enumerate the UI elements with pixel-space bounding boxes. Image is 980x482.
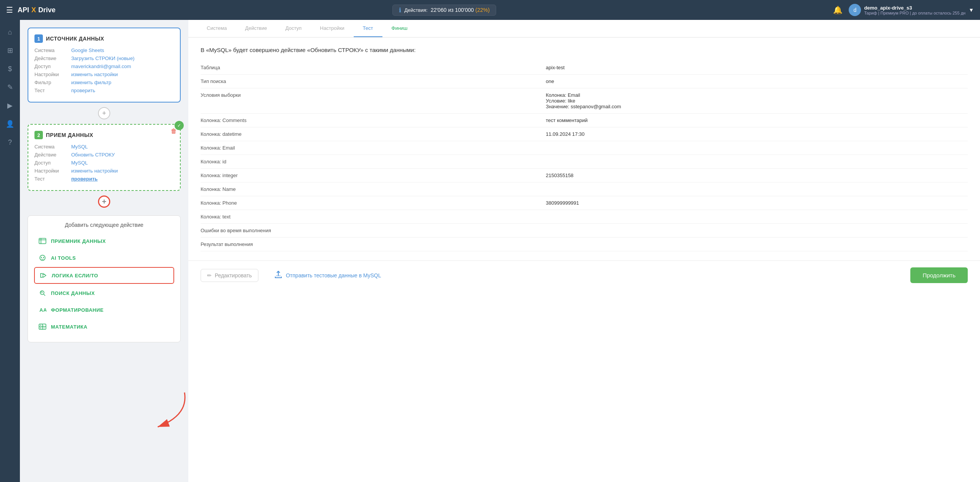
edit-icon: ✏ <box>207 272 212 278</box>
nav-home[interactable]: ⌂ <box>2 24 18 40</box>
nav-help[interactable]: ? <box>2 135 18 150</box>
action-label-logic: ЛОГИКА ЕСЛИ/ТО <box>52 273 98 278</box>
user-plan: Тариф | Премиум PRO | до оплаты осталось… <box>864 11 965 15</box>
source-label-filtr: Фильтр <box>34 80 65 85</box>
source-row-filtr: Фильтр изменить фильтр <box>34 80 174 85</box>
edit-button[interactable]: ✏ Редактировать <box>201 269 258 282</box>
row-value-errors <box>546 224 968 238</box>
table-row: Результат выполнения <box>201 238 968 251</box>
nav-grid[interactable]: ⊞ <box>2 43 18 58</box>
send-button[interactable]: Отправить тестовые данные в MySQL <box>268 267 387 283</box>
recv-value-deystvie[interactable]: Обновить СТРОКУ <box>71 152 115 158</box>
table-row: Колонка: integer 2150355158 <box>201 169 968 182</box>
table-row: Таблица apix-test <box>201 61 968 75</box>
table-row: Колонка: text <box>201 210 968 224</box>
recv-value-nastroyki[interactable]: изменить настройки <box>71 168 118 174</box>
source-value-sistema[interactable]: Google Sheets <box>71 47 104 53</box>
edit-label: Редактировать <box>215 272 252 278</box>
source-row-nastroyki: Настройки изменить настройки <box>34 72 174 77</box>
svg-rect-20 <box>276 275 281 277</box>
source-label-dostup: Доступ <box>34 64 65 69</box>
source-value-test[interactable]: проверить <box>71 88 95 93</box>
recv-value-dostup[interactable]: MySQL <box>71 160 88 166</box>
row-label-comments: Колонка: Comments <box>201 114 546 127</box>
action-label-math: МАТЕМАТИКА <box>51 324 87 330</box>
row-value-integer: 2150355158 <box>546 169 968 182</box>
svg-text:÷: ÷ <box>43 327 45 329</box>
header-center: ℹ Действия: 22'060 из 100'000 (22%) <box>56 5 833 16</box>
source-value-deystvie[interactable]: Загрузить СТРОКИ (новые) <box>71 55 134 61</box>
step-nastroyki[interactable]: Настройки <box>311 20 354 37</box>
continue-button[interactable]: Продолжить <box>910 267 968 283</box>
actions-badge: ℹ Действия: 22'060 из 100'000 (22%) <box>392 5 496 16</box>
source-label-sistema: Система <box>34 47 65 53</box>
upload-icon <box>274 270 283 280</box>
svg-text:×: × <box>40 327 42 329</box>
row-label-id: Колонка: id <box>201 155 546 169</box>
logo-api: API <box>18 6 29 14</box>
recv-label-dostup: Доступ <box>34 160 65 166</box>
action-item-format[interactable]: Aa ФОРМАТИРОВАНИЕ <box>34 302 174 318</box>
recv-value-sistema[interactable]: MySQL <box>71 144 88 150</box>
action-item-search[interactable]: ПОИСК ДАННЫХ <box>34 285 174 301</box>
recv-row-deystvie: Действие Обновить СТРОКУ <box>34 152 174 158</box>
table-row: Колонка: id <box>201 155 968 169</box>
svg-point-4 <box>41 257 42 258</box>
step-test[interactable]: Тест <box>354 20 382 37</box>
red-arrow-svg <box>127 385 188 435</box>
svg-text:-: - <box>43 324 44 327</box>
hamburger-icon[interactable]: ☰ <box>6 5 13 15</box>
action-item-ai[interactable]: AI TOOLS <box>34 250 174 265</box>
row-value-usloviya: Колонка: EmailУсловие: likeЗначение: sst… <box>546 88 968 114</box>
row-value-comments: тест комментарий <box>546 114 968 127</box>
source-row-deystvie: Действие Загрузить СТРОКИ (новые) <box>34 55 174 61</box>
step-deystvie[interactable]: Действие <box>236 20 276 37</box>
action-item-math[interactable]: + - × ÷ МАТЕМАТИКА <box>34 319 174 334</box>
send-label: Отправить тестовые данные в MySQL <box>286 272 381 278</box>
add-between-button[interactable]: + <box>98 107 110 119</box>
row-label-name: Колонка: Name <box>201 182 546 196</box>
recv-value-test[interactable]: проверить <box>71 176 98 182</box>
nav-user[interactable]: 👤 <box>2 116 18 132</box>
receiver-icon <box>38 236 47 246</box>
source-value-nastroyki[interactable]: изменить настройки <box>71 72 118 77</box>
source-value-dostup[interactable]: maverickandrii@gmail.com <box>71 64 131 69</box>
delete-icon[interactable]: 🗑 <box>171 128 177 135</box>
row-value-result <box>546 238 968 251</box>
action-item-logic[interactable]: ЛОГИКА ЕСЛИ/ТО <box>34 267 174 284</box>
recv-label-test: Тест <box>34 176 65 182</box>
math-icon: + - × ÷ <box>38 322 47 331</box>
nav-billing[interactable]: $ <box>2 61 18 77</box>
recv-row-dostup: Доступ MySQL <box>34 160 174 166</box>
row-label-result: Результат выполнения <box>201 238 546 251</box>
table-row: Колонка: Email <box>201 141 968 155</box>
source-label-deystvie: Действие <box>34 55 65 61</box>
section-title: В «MySQL» будет совершено действие «Обно… <box>201 47 968 53</box>
add-action-card: Добавить следующее действие ПРИЕМНИК ДАН… <box>28 215 181 342</box>
add-action-button[interactable]: + <box>98 195 110 208</box>
source-value-filtr[interactable]: изменить фильтр <box>71 80 111 85</box>
row-label-tablitsa: Таблица <box>201 61 546 75</box>
source-block-title: ИСТОЧНИК ДАННЫХ <box>46 36 104 42</box>
header: ☰ APIXDrive ℹ Действия: 22'060 из 100'00… <box>0 0 980 20</box>
step-dostup[interactable]: Доступ <box>276 20 311 37</box>
step-finish[interactable]: Финиш <box>382 20 417 37</box>
row-label-errors: Ошибки во время выполнения <box>201 224 546 238</box>
action-label-receiver: ПРИЕМНИК ДАННЫХ <box>51 238 106 244</box>
action-item-receiver[interactable]: ПРИЕМНИК ДАННЫХ <box>34 233 174 249</box>
left-panel: 1 ИСТОЧНИК ДАННЫХ Система Google Sheets … <box>20 20 188 482</box>
logic-icon <box>39 271 48 280</box>
source-label-nastroyki: Настройки <box>34 72 65 77</box>
receiver-block-num: 2 <box>34 131 43 139</box>
nav-edit[interactable]: ✎ <box>2 80 18 95</box>
bell-icon[interactable]: 🔔 <box>833 5 843 15</box>
nav-play[interactable]: ▶ <box>2 98 18 113</box>
source-block-header: 1 ИСТОЧНИК ДАННЫХ <box>34 34 174 43</box>
action-label-format: ФОРМАТИРОВАНИЕ <box>51 307 104 313</box>
chevron-down-icon[interactable]: ▼ <box>969 7 974 13</box>
svg-line-9 <box>44 294 45 296</box>
svg-point-8 <box>40 291 44 295</box>
row-value-text <box>546 210 968 224</box>
user-name: demo_apix-drive_s3 <box>864 5 965 11</box>
step-sistema[interactable]: Система <box>198 20 236 37</box>
